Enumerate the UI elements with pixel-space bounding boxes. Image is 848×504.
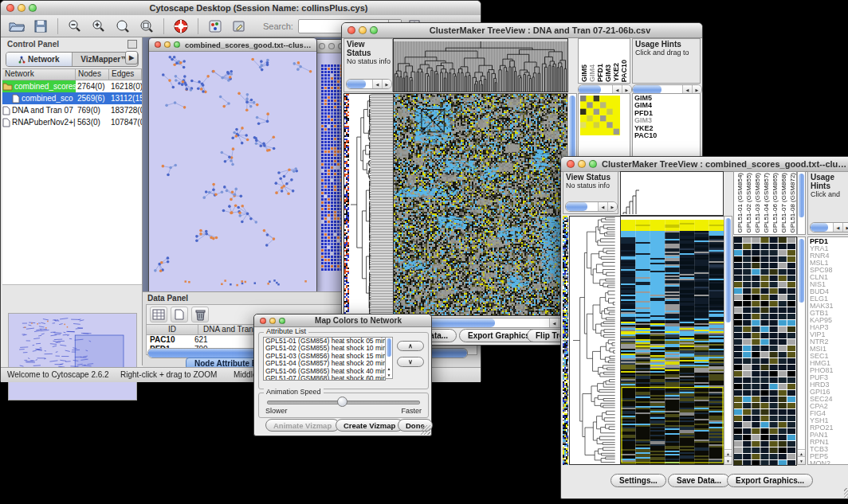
close-icon[interactable] <box>6 4 14 12</box>
move-down-button[interactable]: ∨ <box>397 357 424 367</box>
minimize-icon[interactable] <box>18 4 26 12</box>
float-panel-icon[interactable] <box>128 40 137 49</box>
zoom-in-icon[interactable] <box>89 18 108 35</box>
view-status-scrollbar[interactable]: ◀▶ <box>346 79 392 89</box>
resize-grip[interactable] <box>844 488 848 498</box>
network-row[interactable]: combined_sco 2569(6) 13112(15) <box>2 92 142 104</box>
close-icon[interactable] <box>347 26 355 34</box>
close-icon[interactable] <box>260 318 266 324</box>
window-controls[interactable] <box>567 160 597 168</box>
attribute-table-icon[interactable] <box>150 307 167 322</box>
attribute-list-scrollbar[interactable]: ▲▼ <box>385 337 393 379</box>
scroll-left-icon[interactable]: ◀ <box>833 223 842 232</box>
close-icon[interactable] <box>319 43 325 49</box>
scroll-right-icon[interactable]: ▶ <box>382 80 391 88</box>
zoom-window-icon[interactable] <box>589 160 597 168</box>
scroll-right-icon[interactable]: ▶ <box>842 223 848 232</box>
column-label[interactable]: GIM3 <box>604 64 612 82</box>
control-panel-tab[interactable]: Network <box>6 53 73 66</box>
column-label[interactable]: GIM5 <box>580 64 588 82</box>
scatter-window-titlebar[interactable]: combined_scores_good.txt--cluste... <box>149 38 316 52</box>
main-titlebar[interactable]: Cytoscape Desktop (Session Name: collins… <box>1 1 481 16</box>
window-controls[interactable] <box>155 41 180 48</box>
animate-vizmap-button[interactable]: Animate Vizmap <box>265 419 340 432</box>
column-label[interactable]: GPL51-07 (GSM868) <box>779 173 788 233</box>
window-controls[interactable] <box>6 4 37 12</box>
row-label[interactable]: MON2 <box>810 460 848 465</box>
usage-hints-scrollbar[interactable]: ◀▶ <box>810 222 848 232</box>
column-label[interactable]: YKE2 <box>612 63 620 82</box>
correlation-heatmap[interactable] <box>393 93 568 316</box>
export-graphics-button[interactable]: Export Graphics... <box>727 474 813 487</box>
speed-slider-thumb[interactable] <box>337 397 347 407</box>
close-icon[interactable] <box>155 41 161 48</box>
row-dendrogram[interactable] <box>344 93 394 316</box>
scroll-down-icon[interactable]: ▼ <box>386 372 392 378</box>
network-row[interactable]: combined_scores 2764(0) 16218(0) <box>2 80 142 92</box>
minimize-icon[interactable] <box>578 160 586 168</box>
minimize-icon[interactable] <box>328 43 335 49</box>
new-attribute-icon[interactable] <box>171 307 188 322</box>
column-label[interactable]: GPL51-01 (GSM854) <box>736 173 744 233</box>
delete-attribute-icon[interactable] <box>191 307 209 322</box>
birdseye-view[interactable] <box>8 313 137 400</box>
heatmap-vscrollbar[interactable]: ▲▼ <box>724 216 732 465</box>
resize-grip[interactable] <box>421 425 430 435</box>
zoom-window-icon[interactable] <box>370 26 378 34</box>
column-label[interactable]: GPL51-08 (GSM872) <box>788 173 797 233</box>
zoom-window-icon[interactable] <box>279 318 285 324</box>
scroll-right-icon[interactable]: ▶ <box>607 202 617 211</box>
open-file-icon[interactable] <box>7 18 26 35</box>
attribute-item[interactable]: GPL51-07 (GSM868) heat shock 60 min <box>264 375 385 381</box>
column-dendrogram[interactable] <box>620 171 724 216</box>
zoom-selected-icon[interactable] <box>137 18 156 35</box>
zoom-window-icon[interactable] <box>29 4 37 12</box>
zoom-heatmap[interactable] <box>580 96 620 135</box>
minimize-icon[interactable] <box>359 26 367 34</box>
network-window-scatter[interactable]: combined_scores_good.txt--cluste... <box>148 37 317 292</box>
treeview2-titlebar[interactable]: ClusterMaker TreeView : combined_scores_… <box>561 157 848 172</box>
zoom-window-icon[interactable] <box>174 41 180 48</box>
close-icon[interactable] <box>567 160 575 168</box>
network-view-scatter[interactable] <box>149 52 315 291</box>
window-controls[interactable] <box>260 318 285 324</box>
treeview1-titlebar[interactable]: ClusterMaker TreeView : DNA and Tran 07-… <box>342 23 702 38</box>
network-row[interactable]: RNAPuberNov2+| 563(0) 107847(0) <box>2 116 142 128</box>
more-tabs-button[interactable]: ▶ <box>125 51 138 64</box>
col-header-nodes[interactable]: Nodes <box>76 69 109 80</box>
scroll-left-icon[interactable]: ◀ <box>372 80 382 88</box>
scroll-left-icon[interactable]: ◀ <box>549 318 559 327</box>
scroll-up-icon[interactable]: ▲ <box>386 365 392 372</box>
scroll-down-icon[interactable]: ▼ <box>798 456 805 464</box>
dialog-titlebar[interactable]: Map Colors to Network <box>254 315 431 327</box>
view-status-scrollbar[interactable]: ◀▶ <box>565 201 618 212</box>
settings-button[interactable]: Settings... <box>610 474 666 487</box>
save-data-button[interactable]: Save Data... <box>668 474 730 487</box>
column-label[interactable]: GPL51-04 (GSM857) <box>762 173 771 233</box>
zoom-vscrollbar[interactable]: ▲▼ <box>797 236 806 465</box>
help-lifering-icon[interactable] <box>171 18 190 35</box>
row-label[interactable]: PAC10 <box>634 132 698 139</box>
zoom-heatmap[interactable] <box>733 236 797 466</box>
column-dendrogram[interactable] <box>393 38 568 92</box>
zoom-out-icon[interactable] <box>65 18 84 35</box>
row-dendrogram[interactable] <box>569 216 621 465</box>
expression-heatmap[interactable] <box>620 216 724 465</box>
id-column-header[interactable]: ID <box>147 325 198 334</box>
vizmapper-icon[interactable] <box>206 18 225 35</box>
save-icon[interactable] <box>31 18 50 35</box>
attribute-list[interactable]: GPL51-01 (GSM854) heat shock 05 minGPL51… <box>263 337 386 381</box>
scroll-left-icon[interactable]: ◀ <box>598 202 607 211</box>
column-label[interactable]: PFD1 <box>596 64 604 82</box>
network-row[interactable]: DNA and Tran 07 769(0) 183728(0) <box>2 104 142 116</box>
move-up-button[interactable]: ∧ <box>397 341 424 351</box>
window-controls[interactable] <box>347 26 378 34</box>
column-label[interactable]: GPL51-03 (GSM856) <box>753 173 762 233</box>
col-header-edges[interactable]: Edges <box>109 69 142 80</box>
zoom-fit-icon[interactable] <box>113 18 132 35</box>
column-label[interactable]: PAC10 <box>620 60 628 82</box>
column-label[interactable]: GIM4 <box>588 64 596 82</box>
global-overview-strip[interactable] <box>563 216 568 465</box>
col-header-network[interactable]: Network <box>2 69 76 80</box>
create-vizmap-button[interactable]: Create Vizmap <box>336 419 403 432</box>
